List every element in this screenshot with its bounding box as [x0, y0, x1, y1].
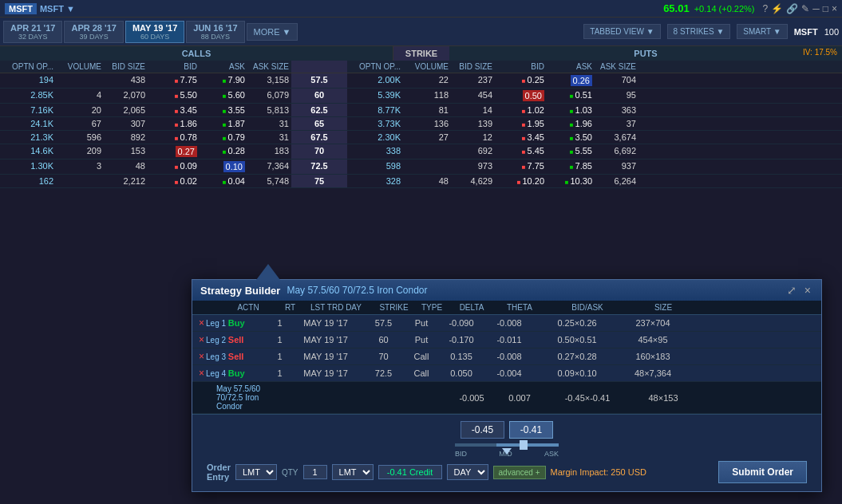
call-ask-1[interactable]: ■5.60 — [200, 89, 247, 103]
order-type-select[interactable]: LMT — [235, 464, 277, 480]
call-ask-2[interactable]: ■3.55 — [200, 104, 247, 116]
popup-title: Strategy Builder — [200, 285, 280, 297]
put-ask-1[interactable]: ■0.51 — [547, 89, 595, 103]
put-bid-6[interactable]: ■7.75 — [495, 159, 547, 174]
call-bid-6[interactable]: ■0.09 — [148, 159, 200, 174]
popup-leg-1[interactable]: × Leg 2 Sell 1 MAY 19 '17 60 Put -0.170 … — [192, 332, 821, 348]
popup-leg-0[interactable]: × Leg 1 Buy 1 MAY 19 '17 57.5 Put -0.090… — [192, 315, 821, 332]
put-bid-5[interactable]: ■5.45 — [495, 144, 547, 159]
maximize-icon[interactable]: □ — [823, 3, 828, 14]
put-bid-4[interactable]: ■3.45 — [495, 131, 547, 144]
options-row-7[interactable]: 162 2,212 ■0.02 ■0.04 5,748 75 328 48 4,… — [0, 175, 842, 188]
edit-icon[interactable]: ✎ — [801, 3, 809, 14]
call-ask-4[interactable]: ■0.79 — [200, 131, 247, 144]
call-vol-0 — [56, 73, 104, 88]
expiry-tab-3[interactable]: JUN 16 '17 88 DAYS — [186, 21, 244, 43]
close-icon[interactable]: × — [832, 3, 837, 14]
call-bid-5[interactable]: 0.27 — [148, 144, 200, 159]
price-slider-track[interactable] — [455, 443, 559, 447]
popup-leg-3[interactable]: × Leg 4 Buy 1 MAY 19 '17 72.5 Call 0.050… — [192, 365, 821, 382]
call-bid-1[interactable]: ■5.50 — [148, 89, 200, 103]
strike-1[interactable]: 60 — [291, 89, 347, 103]
price-type-select[interactable]: LMT — [332, 464, 374, 480]
options-row-1[interactable]: 2.85K 4 2,070 ■5.50 ■5.60 6,079 60 5.39K… — [0, 89, 842, 104]
put-bid-2[interactable]: ■1.02 — [495, 104, 547, 116]
strike-7[interactable]: 75 — [291, 175, 347, 187]
call-bid-0[interactable]: ■7.75 — [148, 73, 200, 88]
call-ask-6[interactable]: 0.10 — [200, 159, 247, 174]
more-button[interactable]: MORE ▼ — [247, 23, 298, 41]
put-bidsz-7: 4,629 — [451, 175, 495, 187]
price-button-ask[interactable]: -0.41 — [509, 421, 553, 439]
options-row-2[interactable]: 7.16K 20 2,065 ■3.45 ■3.55 5,813 62.5 8.… — [0, 104, 842, 117]
advanced-button[interactable]: advanced + — [493, 466, 546, 479]
call-bid-4[interactable]: ■0.78 — [148, 131, 200, 144]
help-icon[interactable]: ? — [763, 3, 769, 14]
strikes-button[interactable]: 8 STRIKES ▼ — [667, 24, 731, 39]
call-bid-7[interactable]: ■0.02 — [148, 175, 200, 187]
strike-2[interactable]: 62.5 — [291, 104, 347, 116]
minimize-icon[interactable]: ─ — [812, 3, 820, 14]
slider-thumb[interactable] — [520, 440, 528, 450]
slider-fill — [496, 443, 559, 447]
put-ask-2[interactable]: ■1.03 — [547, 104, 595, 116]
options-row-0[interactable]: 194 438 ■7.75 ■7.90 3,158 57.5 2.00K 22 … — [0, 73, 842, 89]
call-bid-2[interactable]: ■3.45 — [148, 104, 200, 116]
put-ask-0[interactable]: 0.26 — [547, 73, 595, 88]
leg-strike-0: 57.5 — [362, 318, 405, 328]
put-ask-3[interactable]: ■1.96 — [547, 117, 595, 130]
put-bid-1[interactable]: 0.50 — [495, 89, 547, 103]
tabbed-view-button[interactable]: TABBED VIEW ▼ — [583, 24, 660, 39]
call-asksz-4: 31 — [247, 131, 291, 144]
strike-4[interactable]: 67.5 — [291, 131, 347, 144]
smart-button[interactable]: SMART ▼ — [737, 24, 787, 39]
duration-select[interactable]: DAY — [447, 464, 488, 480]
put-bid-3[interactable]: ■1.95 — [495, 117, 547, 130]
call-ask-7[interactable]: ■0.04 — [200, 175, 247, 187]
put-vol-1: 118 — [403, 89, 451, 103]
strike-6[interactable]: 72.5 — [291, 159, 347, 174]
expiry-tab-1[interactable]: APR 28 '17 39 DAYS — [64, 21, 123, 43]
expiry-bar: APR 21 '17 32 DAYS APR 28 '17 39 DAYS MA… — [0, 18, 842, 46]
leg-actn-0: Leg 1 Buy — [206, 318, 270, 328]
strike-5[interactable]: 70 — [291, 144, 347, 159]
strike-3[interactable]: 65 — [291, 117, 347, 130]
call-ask-0[interactable]: ■7.90 — [200, 73, 247, 88]
price-button-bid[interactable]: -0.45 — [461, 421, 504, 439]
put-ask-5[interactable]: ■5.55 — [547, 144, 595, 159]
ticker-label[interactable]: MSFT ▼ — [40, 4, 75, 14]
put-vol-7: 48 — [403, 175, 451, 187]
strike-header: STRIKE — [393, 46, 449, 61]
leg-remove-1[interactable]: × — [199, 334, 204, 345]
popup-expand-button[interactable]: ⤢ — [785, 284, 799, 297]
order-controls: -0.45 -0.41 BID MID ASK OrderEntry LMT Q… — [192, 414, 821, 491]
call-bid-3[interactable]: ■1.86 — [148, 117, 200, 130]
strike-0[interactable]: 57.5 — [291, 73, 347, 88]
options-row-6[interactable]: 1.30K 3 48 ■0.09 0.10 7,364 72.5 598 973… — [0, 159, 842, 175]
leg-remove-3[interactable]: × — [199, 368, 204, 379]
expiry-date-0: APR 21 '17 — [10, 23, 55, 33]
link-icon[interactable]: 🔗 — [786, 3, 798, 14]
power-icon[interactable]: ⚡ — [771, 3, 783, 14]
put-ask-7[interactable]: ■10.30 — [547, 175, 595, 187]
popup-close-button[interactable]: × — [802, 284, 813, 297]
expiry-tab-0[interactable]: APR 21 '17 32 DAYS — [3, 21, 62, 43]
put-bid-7[interactable]: ■10.20 — [495, 175, 547, 187]
order-entry-label: OrderEntry — [207, 463, 231, 482]
popup-leg-2[interactable]: × Leg 3 Sell 1 MAY 19 '17 70 Call 0.135 … — [192, 348, 821, 365]
put-bid-0[interactable]: ■0.25 — [495, 73, 547, 88]
qty-input[interactable] — [303, 465, 327, 479]
expiry-tab-2[interactable]: MAY 19 '17 60 DAYS — [125, 21, 184, 43]
options-row-4[interactable]: 21.3K 596 892 ■0.78 ■0.79 31 67.5 2.30K … — [0, 131, 842, 144]
options-row-3[interactable]: 24.1K 67 307 ■1.86 ■1.87 31 65 3.73K 136… — [0, 117, 842, 131]
submit-order-button[interactable]: Submit Order — [718, 461, 807, 483]
leg-remove-2[interactable]: × — [199, 351, 204, 362]
leg-remove-0[interactable]: × — [199, 317, 204, 329]
col-calls-bid: BID — [148, 61, 200, 73]
call-ask-5[interactable]: ■0.28 — [200, 144, 247, 159]
put-ask-4[interactable]: ■3.50 — [547, 131, 595, 144]
put-ask-6[interactable]: ■7.85 — [547, 159, 595, 174]
call-ask-3[interactable]: ■1.87 — [200, 117, 247, 130]
leg-actn-2: Leg 3 Sell — [206, 352, 270, 361]
options-row-5[interactable]: 14.6K 209 153 0.27 ■0.28 183 70 338 692 … — [0, 144, 842, 159]
